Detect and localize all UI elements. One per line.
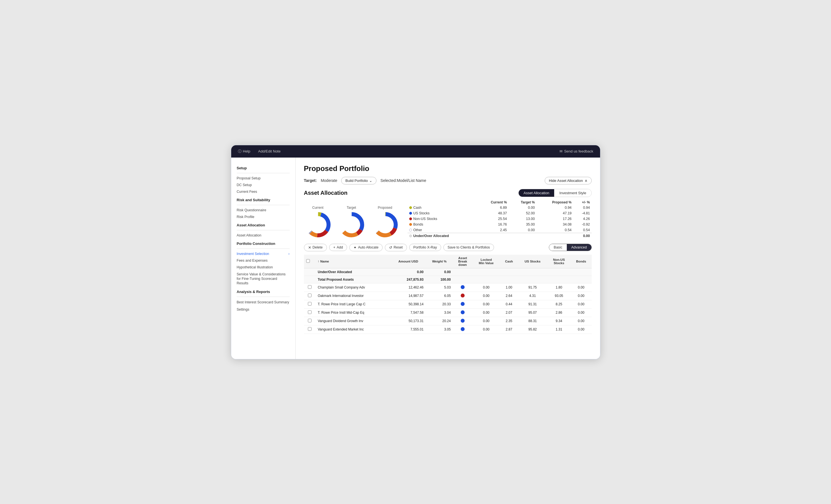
col-amount[interactable]: Amount USD xyxy=(391,255,426,268)
row-name: T. Rowe Price Instl Mid-Cap Eq xyxy=(315,308,391,317)
sidebar-item-proposal-setup[interactable]: Proposal Setup xyxy=(231,175,295,182)
sidebar-section-risk: Risk and Suitability xyxy=(231,195,295,203)
alloc-proposed-us-stocks: 47.19 xyxy=(537,210,573,216)
sidebar-item-asset-allocation[interactable]: Asset Allocation xyxy=(231,232,295,239)
row-bonds: 0.00 xyxy=(571,292,592,300)
blue-dot-icon xyxy=(461,302,465,306)
row-nonus: 1.80 xyxy=(547,283,571,292)
row-nonus: 93.05 xyxy=(547,292,571,300)
sidebar-item-best-interest[interactable]: Best Interest Scorecard Summary xyxy=(231,299,295,306)
auto-allocate-button[interactable]: ✦ Auto Allocate xyxy=(349,244,382,251)
row-us-stocks: 95.07 xyxy=(518,308,547,317)
alloc-row-cash: Cash 6.89 0.00 0.94 0.94 xyxy=(407,205,592,210)
underover-amount: 0.00 xyxy=(391,268,426,276)
total-us-stocks xyxy=(518,276,547,283)
col-bonds: Bonds xyxy=(571,255,592,268)
row-checkbox[interactable] xyxy=(304,325,316,333)
alloc-current-cash: 6.89 xyxy=(477,205,509,210)
tab-asset-allocation[interactable]: Asset Allocation xyxy=(519,189,554,197)
sidebar-item-risk-profile[interactable]: Risk Profile xyxy=(231,213,295,220)
underover-checkbox-cell xyxy=(304,268,316,276)
sidebar-item-settings[interactable]: Settings xyxy=(231,306,295,313)
total-checkbox-cell xyxy=(304,276,316,283)
alloc-row-us-stocks: US Stocks 48.37 52.00 47.19 -4.81 xyxy=(407,210,592,216)
underover-name: Under/Over Allocated xyxy=(315,268,391,276)
col-name[interactable]: ↑ Name xyxy=(315,255,391,268)
alloc-diff-cash: 0.94 xyxy=(573,205,592,210)
build-portfolio-button[interactable]: Build Portfolio ⌄ xyxy=(341,177,376,184)
underover-nonus xyxy=(547,268,571,276)
row-breakdown xyxy=(453,292,472,300)
legend-dot-other xyxy=(409,229,412,231)
donut-chart-target xyxy=(338,211,366,239)
row-us-stocks: 88.31 xyxy=(518,317,547,325)
sidebar-item-service-value[interactable]: Service Value & Considerations for Fine-… xyxy=(231,271,295,287)
sidebar-item-risk-questionnaire[interactable]: Risk Questionnaire xyxy=(231,207,295,213)
row-checkbox[interactable] xyxy=(304,300,316,308)
investment-table: ↑ Name Amount USD Weight % AssetBreakdow… xyxy=(304,255,592,334)
tab-investment-style[interactable]: Investment Style xyxy=(554,189,591,197)
reset-button[interactable]: ↺ Reset xyxy=(385,244,407,251)
basic-mode-button[interactable]: Basic xyxy=(549,244,567,251)
alloc-row-underover: Under/Over Allocated 0.00 xyxy=(407,233,592,239)
col-us-stocks: US Stocks xyxy=(518,255,547,268)
sidebar-item-dc-setup[interactable]: DC Setup xyxy=(231,182,295,188)
chart-label-current: Current xyxy=(312,206,323,210)
alloc-current-bonds: 16.76 xyxy=(477,221,509,227)
select-all-checkbox[interactable] xyxy=(306,259,310,263)
donut-chart-current xyxy=(304,211,332,239)
sidebar-section-asset-alloc: Asset Allocation xyxy=(231,220,295,228)
advanced-mode-button[interactable]: Advanced xyxy=(567,244,592,251)
blue-dot-icon xyxy=(461,310,465,314)
sidebar-item-hypothetical-illustration[interactable]: Hypothetical Illustration xyxy=(231,264,295,271)
sidebar-item-current-fees[interactable]: Current Fees xyxy=(231,188,295,195)
row-amount: 50,398.14 xyxy=(391,300,426,308)
add-button[interactable]: + Add xyxy=(329,244,347,251)
total-breakdown xyxy=(453,276,472,283)
page-title: Proposed Portfolio xyxy=(304,164,592,173)
alloc-proposed-cash: 0.94 xyxy=(537,205,573,210)
row-checkbox[interactable] xyxy=(304,283,316,292)
underover-bonds xyxy=(571,268,592,276)
row-bonds: 0.00 xyxy=(571,283,592,292)
alloc-current-other: 2.45 xyxy=(477,227,509,233)
target-value: Moderate xyxy=(321,178,337,183)
row-locked: 0.00 xyxy=(472,325,500,333)
row-name: Vanguard Extended Market Inc xyxy=(315,325,391,333)
row-weight: 3.05 xyxy=(426,325,453,333)
legend-dot-us-stocks xyxy=(409,212,412,215)
col-checkbox xyxy=(304,255,316,268)
row-bonds: 0.00 xyxy=(571,325,592,333)
alloc-diff-underover: 0.00 xyxy=(573,233,592,239)
row-checkbox[interactable] xyxy=(304,317,316,325)
sidebar-section-analysis: Analysis & Reports xyxy=(231,287,295,295)
row-us-stocks: 4.31 xyxy=(518,292,547,300)
sidebar-item-investment-selection[interactable]: Investment Selection › xyxy=(231,250,295,257)
sidebar-item-fees-expenses[interactable]: Fees and Expenses xyxy=(231,257,295,264)
col-weight[interactable]: Weight % xyxy=(426,255,453,268)
chevron-down-icon: ⌄ xyxy=(369,179,372,183)
hide-asset-allocation-button[interactable]: Hide Asset Allocation ∧ xyxy=(545,177,592,184)
total-cash xyxy=(500,276,518,283)
alloc-legend-underover: Under/Over Allocated xyxy=(407,233,477,239)
total-amount: 247,875.93 xyxy=(391,276,426,283)
delete-button[interactable]: ✕ Delete xyxy=(304,244,327,251)
alloc-proposed-nonus-stocks: 17.26 xyxy=(537,216,573,221)
row-checkbox[interactable] xyxy=(304,292,316,300)
charts-area: Current xyxy=(304,200,399,239)
row-checkbox[interactable] xyxy=(304,308,316,317)
sidebar-section-portfolio-construction: Portfolio Construction xyxy=(231,239,295,247)
portfolio-xray-button[interactable]: Portfolio X-Ray xyxy=(409,244,441,251)
send-feedback-nav-item[interactable]: ✉ Send us feedback xyxy=(560,149,593,153)
help-nav-item[interactable]: ⓘ Help xyxy=(238,149,251,154)
col-locked-min: LockedMin Value xyxy=(472,255,500,268)
total-bonds xyxy=(571,276,592,283)
chevron-right-icon: › xyxy=(288,252,289,256)
save-to-clients-button[interactable]: Save to Clients & Portfolios xyxy=(443,244,494,251)
alloc-th-proposed: Proposed % xyxy=(537,200,573,205)
alloc-proposed-other: 0.54 xyxy=(537,227,573,233)
add-edit-note-nav-item[interactable]: Add/Edit Note xyxy=(258,149,281,153)
alloc-proposed-underover xyxy=(537,233,573,239)
alloc-target-cash: 0.00 xyxy=(509,205,537,210)
table-row: Vanguard Extended Market Inc 7,555.01 3.… xyxy=(304,325,592,333)
